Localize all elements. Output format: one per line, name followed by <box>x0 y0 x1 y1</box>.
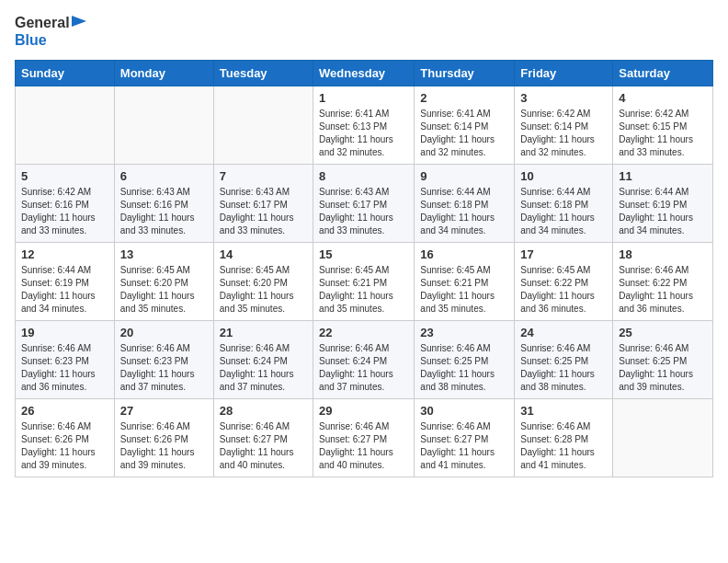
calendar-cell: 20Sunrise: 6:46 AM Sunset: 6:23 PM Dayli… <box>114 320 213 398</box>
day-number: 14 <box>220 247 307 261</box>
calendar-cell: 30Sunrise: 6:46 AM Sunset: 6:27 PM Dayli… <box>415 398 515 477</box>
day-number: 31 <box>520 404 607 418</box>
calendar-header-wednesday: Wednesday <box>313 60 415 86</box>
calendar-cell: 15Sunrise: 6:45 AM Sunset: 6:21 PM Dayli… <box>313 242 415 320</box>
day-number: 3 <box>520 91 607 105</box>
day-info: Sunrise: 6:43 AM Sunset: 6:17 PM Dayligh… <box>319 186 408 237</box>
day-number: 29 <box>319 404 408 418</box>
svg-marker-0 <box>72 16 86 27</box>
logo-general: General <box>15 15 70 30</box>
day-number: 23 <box>420 326 508 339</box>
logo-flag-icon <box>72 16 86 32</box>
calendar-week-row: 19Sunrise: 6:46 AM Sunset: 6:23 PM Dayli… <box>16 320 713 398</box>
calendar-header-monday: Monday <box>114 60 213 86</box>
day-number: 15 <box>319 247 408 261</box>
day-number: 2 <box>420 91 508 105</box>
day-number: 20 <box>120 326 208 339</box>
day-number: 28 <box>220 404 307 418</box>
day-info: Sunrise: 6:46 AM Sunset: 6:27 PM Dayligh… <box>420 420 508 472</box>
day-number: 12 <box>21 247 108 261</box>
day-info: Sunrise: 6:46 AM Sunset: 6:26 PM Dayligh… <box>21 420 108 472</box>
calendar-table: SundayMondayTuesdayWednesdayThursdayFrid… <box>15 60 713 477</box>
day-info: Sunrise: 6:44 AM Sunset: 6:19 PM Dayligh… <box>619 186 707 237</box>
day-info: Sunrise: 6:46 AM Sunset: 6:24 PM Dayligh… <box>220 342 307 394</box>
day-info: Sunrise: 6:41 AM Sunset: 6:13 PM Dayligh… <box>319 108 408 159</box>
day-number: 19 <box>21 326 108 339</box>
calendar-cell: 18Sunrise: 6:46 AM Sunset: 6:22 PM Dayli… <box>613 242 713 320</box>
calendar-cell: 19Sunrise: 6:46 AM Sunset: 6:23 PM Dayli… <box>16 320 115 398</box>
day-number: 13 <box>120 247 208 261</box>
calendar-cell: 28Sunrise: 6:46 AM Sunset: 6:27 PM Dayli… <box>213 398 313 477</box>
day-number: 25 <box>619 326 707 339</box>
calendar-week-row: 12Sunrise: 6:44 AM Sunset: 6:19 PM Dayli… <box>16 242 713 320</box>
day-info: Sunrise: 6:46 AM Sunset: 6:27 PM Dayligh… <box>220 420 307 472</box>
calendar-cell: 2Sunrise: 6:41 AM Sunset: 6:14 PM Daylig… <box>415 86 515 164</box>
calendar-cell: 24Sunrise: 6:46 AM Sunset: 6:25 PM Dayli… <box>515 320 613 398</box>
day-number: 11 <box>619 169 707 183</box>
calendar-week-row: 5Sunrise: 6:42 AM Sunset: 6:16 PM Daylig… <box>16 164 713 242</box>
day-info: Sunrise: 6:44 AM Sunset: 6:18 PM Dayligh… <box>420 186 508 237</box>
day-number: 7 <box>220 169 307 183</box>
day-number: 21 <box>220 326 307 339</box>
day-number: 24 <box>520 326 607 339</box>
calendar-cell: 5Sunrise: 6:42 AM Sunset: 6:16 PM Daylig… <box>16 164 115 242</box>
day-number: 5 <box>21 169 108 183</box>
calendar-cell <box>213 86 313 164</box>
day-number: 18 <box>619 247 707 261</box>
day-info: Sunrise: 6:46 AM Sunset: 6:25 PM Dayligh… <box>420 342 508 394</box>
calendar-cell: 29Sunrise: 6:46 AM Sunset: 6:27 PM Dayli… <box>313 398 415 477</box>
calendar-week-row: 26Sunrise: 6:46 AM Sunset: 6:26 PM Dayli… <box>16 398 713 477</box>
calendar-cell: 1Sunrise: 6:41 AM Sunset: 6:13 PM Daylig… <box>313 86 415 164</box>
calendar-cell: 4Sunrise: 6:42 AM Sunset: 6:15 PM Daylig… <box>613 86 713 164</box>
day-info: Sunrise: 6:42 AM Sunset: 6:15 PM Dayligh… <box>619 108 707 159</box>
day-number: 4 <box>619 91 707 105</box>
day-info: Sunrise: 6:42 AM Sunset: 6:14 PM Dayligh… <box>520 108 607 159</box>
day-info: Sunrise: 6:44 AM Sunset: 6:19 PM Dayligh… <box>21 264 108 316</box>
day-info: Sunrise: 6:45 AM Sunset: 6:22 PM Dayligh… <box>520 264 607 316</box>
calendar-cell: 6Sunrise: 6:43 AM Sunset: 6:16 PM Daylig… <box>114 164 213 242</box>
calendar-header-saturday: Saturday <box>613 60 713 86</box>
day-number: 16 <box>420 247 508 261</box>
calendar-cell: 7Sunrise: 6:43 AM Sunset: 6:17 PM Daylig… <box>213 164 313 242</box>
calendar-header-sunday: Sunday <box>16 60 115 86</box>
calendar-cell: 3Sunrise: 6:42 AM Sunset: 6:14 PM Daylig… <box>515 86 613 164</box>
day-info: Sunrise: 6:42 AM Sunset: 6:16 PM Dayligh… <box>21 186 108 237</box>
day-info: Sunrise: 6:46 AM Sunset: 6:22 PM Dayligh… <box>619 264 707 316</box>
calendar-cell: 23Sunrise: 6:46 AM Sunset: 6:25 PM Dayli… <box>415 320 515 398</box>
calendar-header-row: SundayMondayTuesdayWednesdayThursdayFrid… <box>16 60 713 86</box>
day-number: 9 <box>420 169 508 183</box>
calendar-cell: 16Sunrise: 6:45 AM Sunset: 6:21 PM Dayli… <box>415 242 515 320</box>
day-info: Sunrise: 6:43 AM Sunset: 6:17 PM Dayligh… <box>220 186 307 237</box>
logo: GeneralBlue <box>15 15 86 49</box>
day-info: Sunrise: 6:45 AM Sunset: 6:21 PM Dayligh… <box>420 264 508 316</box>
logo-text: GeneralBlue <box>15 15 86 49</box>
calendar-cell: 31Sunrise: 6:46 AM Sunset: 6:28 PM Dayli… <box>515 398 613 477</box>
day-info: Sunrise: 6:46 AM Sunset: 6:27 PM Dayligh… <box>319 420 408 472</box>
calendar-cell: 12Sunrise: 6:44 AM Sunset: 6:19 PM Dayli… <box>16 242 115 320</box>
day-info: Sunrise: 6:46 AM Sunset: 6:28 PM Dayligh… <box>520 420 607 472</box>
day-info: Sunrise: 6:43 AM Sunset: 6:16 PM Dayligh… <box>120 186 208 237</box>
day-number: 8 <box>319 169 408 183</box>
calendar-cell: 9Sunrise: 6:44 AM Sunset: 6:18 PM Daylig… <box>415 164 515 242</box>
calendar-cell: 13Sunrise: 6:45 AM Sunset: 6:20 PM Dayli… <box>114 242 213 320</box>
day-number: 1 <box>319 91 408 105</box>
calendar-cell: 17Sunrise: 6:45 AM Sunset: 6:22 PM Dayli… <box>515 242 613 320</box>
day-number: 22 <box>319 326 408 339</box>
day-number: 30 <box>420 404 508 418</box>
day-info: Sunrise: 6:45 AM Sunset: 6:21 PM Dayligh… <box>319 264 408 316</box>
page-header: GeneralBlue <box>15 15 713 49</box>
calendar-cell <box>16 86 115 164</box>
day-info: Sunrise: 6:46 AM Sunset: 6:23 PM Dayligh… <box>120 342 208 394</box>
logo-blue: Blue <box>15 32 47 48</box>
calendar-header-tuesday: Tuesday <box>213 60 313 86</box>
day-info: Sunrise: 6:41 AM Sunset: 6:14 PM Dayligh… <box>420 108 508 159</box>
calendar-cell: 8Sunrise: 6:43 AM Sunset: 6:17 PM Daylig… <box>313 164 415 242</box>
day-info: Sunrise: 6:44 AM Sunset: 6:18 PM Dayligh… <box>520 186 607 237</box>
calendar-cell: 14Sunrise: 6:45 AM Sunset: 6:20 PM Dayli… <box>213 242 313 320</box>
day-number: 6 <box>120 169 208 183</box>
day-info: Sunrise: 6:45 AM Sunset: 6:20 PM Dayligh… <box>220 264 307 316</box>
calendar-cell <box>613 398 713 477</box>
day-info: Sunrise: 6:46 AM Sunset: 6:25 PM Dayligh… <box>619 342 707 394</box>
calendar-cell: 27Sunrise: 6:46 AM Sunset: 6:26 PM Dayli… <box>114 398 213 477</box>
day-number: 17 <box>520 247 607 261</box>
